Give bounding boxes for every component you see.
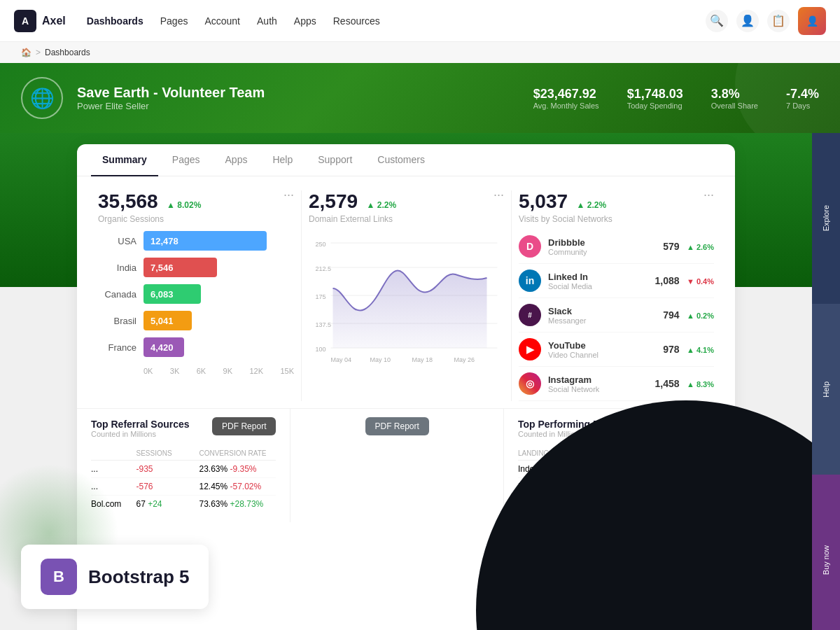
dribbble-type: Community: [548, 248, 656, 256]
country-brasil: Brasil: [98, 316, 136, 326]
hero-stat-spending-label: Today Spending: [627, 102, 683, 110]
social-row-dribbble: D Dribbble Community 579 ▲ 2.6%: [519, 230, 714, 264]
breadcrumb-current: Dashboards: [45, 48, 90, 57]
country-usa: USA: [98, 236, 136, 246]
tab-customers[interactable]: Customers: [366, 144, 436, 176]
hero-stat-days-value: -7.4%: [786, 87, 819, 102]
social-visits-change: ▲ 2.2%: [577, 200, 607, 210]
explore-button[interactable]: Explore: [812, 133, 840, 304]
user-avatar[interactable]: 👤: [798, 7, 826, 35]
middle-pdf-button[interactable]: PDF Report: [365, 417, 429, 435]
svg-text:May 04: May 04: [331, 356, 352, 363]
nav-auth[interactable]: Auth: [257, 15, 277, 27]
slack-name: Slack: [548, 306, 656, 316]
slack-type: Messanger: [548, 316, 656, 325]
buy-now-button[interactable]: Buy now: [812, 475, 840, 630]
nav-dashboards[interactable]: Dashboards: [87, 15, 144, 27]
social-networks-list: D Dribbble Community 579 ▲ 2.6% in: [519, 224, 714, 401]
hero-stat-spending: $1,748.03 Today Spending: [627, 87, 683, 110]
hero-logo: 🌐: [21, 77, 63, 119]
linkedin-change: ▼ 0.4%: [687, 277, 714, 286]
nav-links: Dashboards Pages Account Auth Apps Resou…: [87, 15, 706, 27]
svg-text:May 26: May 26: [454, 356, 475, 363]
hero-stat-share-label: Overall Share: [711, 102, 758, 110]
hero-stat-share: 3.8% Overall Share: [711, 87, 758, 110]
linkedin-name: Linked In: [548, 272, 648, 282]
slack-change: ▲ 0.2%: [687, 312, 714, 320]
tab-bar: Summary Pages Apps Help Support Customer…: [77, 144, 735, 176]
svg-text:May 10: May 10: [370, 356, 391, 363]
stat-domain-links: 2,579 ▲ 2.2% ··· Domain External Links 2…: [301, 190, 511, 401]
bar-brasil-fill: 5,041: [144, 311, 192, 330]
youtube-count: 978: [663, 344, 679, 355]
youtube-stats: 978 ▲ 4.1%: [663, 343, 714, 356]
bootstrap-icon: B: [41, 559, 77, 595]
nav-apps[interactable]: Apps: [294, 15, 316, 27]
bar-france: 4,420: [144, 337, 294, 357]
line-chart-svg: 250 212.5 175 137.5 100: [309, 232, 504, 372]
social-visits-more[interactable]: ···: [704, 188, 714, 202]
nav-pages[interactable]: Pages: [160, 15, 188, 27]
stat-social-visits: 5,037 ▲ 2.2% ··· Visits by Social Networ…: [511, 190, 721, 401]
youtube-name: YouTube: [548, 340, 656, 351]
svg-text:212.5: 212.5: [316, 265, 332, 272]
bar-canada: 6,083: [144, 284, 294, 304]
dribbble-stats: 579 ▲ 2.6%: [663, 240, 714, 253]
tab-pages[interactable]: Pages: [161, 144, 211, 176]
brand-icon: A: [14, 10, 36, 32]
settings-button[interactable]: 📋: [767, 10, 790, 32]
linkedin-type: Social Media: [548, 282, 648, 290]
nav-resources[interactable]: Resources: [333, 15, 380, 27]
dribbble-info: Dribbble Community: [548, 237, 656, 256]
nav-account[interactable]: Account: [204, 15, 240, 27]
linkedin-info: Linked In Social Media: [548, 272, 648, 290]
side-buttons: Explore Help Buy now: [812, 133, 840, 630]
youtube-info: YouTube Video Channel: [548, 340, 656, 359]
bar-axis: 0K 3K 6K 9K 12K 15K: [98, 364, 294, 375]
hero-title: Save Earth - Volunteer Team: [77, 85, 265, 101]
instagram-count: 1,458: [654, 378, 679, 389]
instagram-icon: ◎: [519, 372, 541, 395]
organic-sessions-change: ▲ 8.02%: [167, 200, 201, 210]
domain-links-more[interactable]: ···: [493, 188, 504, 202]
tab-summary[interactable]: Summary: [91, 144, 158, 176]
referral-subtitle: Counted in Millions: [91, 430, 190, 438]
notifications-button[interactable]: 👤: [736, 10, 759, 32]
dribbble-icon: D: [519, 235, 541, 258]
instagram-stats: 1,458 ▲ 8.3%: [654, 377, 714, 390]
svg-text:137.5: 137.5: [316, 321, 332, 328]
social-visits-value: 5,037: [519, 190, 568, 212]
breadcrumb-home-icon[interactable]: 🏠: [21, 48, 31, 57]
bar-france-fill: 4,420: [144, 337, 184, 357]
brand[interactable]: A Axel: [14, 10, 66, 32]
instagram-info: Instagram Social Network: [548, 374, 648, 393]
brand-name: Axel: [42, 15, 66, 27]
tab-help[interactable]: Help: [261, 144, 304, 176]
organic-sessions-more[interactable]: ···: [284, 188, 294, 202]
stat-organic-sessions: 35,568 ▲ 8.02% ··· Organic Sessions USA …: [91, 190, 301, 401]
bar-row-france: France 4,420: [98, 337, 294, 357]
line-chart-section: 250 212.5 175 137.5 100: [309, 224, 504, 375]
hero-stat-sales-label: Avg. Monthly Sales: [533, 102, 599, 110]
bar-brasil: 5,041: [144, 311, 294, 330]
help-button[interactable]: Help: [812, 304, 840, 475]
tab-apps[interactable]: Apps: [214, 144, 259, 176]
instagram-type: Social Network: [548, 385, 648, 393]
bar-canada-fill: 6,083: [144, 284, 201, 304]
search-button[interactable]: 🔍: [706, 10, 728, 32]
referral-header: Top Referral Sources Counted in Millions: [91, 419, 190, 444]
hero-subtitle: Power Elite Seller: [77, 101, 265, 111]
domain-links-label: Domain External Links: [309, 214, 504, 224]
country-india: India: [98, 262, 136, 273]
instagram-name: Instagram: [548, 374, 648, 385]
referral-pdf-button[interactable]: PDF Report: [212, 417, 276, 435]
organic-sessions-value: 35,568: [98, 190, 158, 212]
hero-stat-sales: $23,467.92 Avg. Monthly Sales: [533, 87, 599, 110]
social-visits-label: Visits by Social Networks: [519, 214, 714, 224]
hero-stat-share-value: 3.8%: [711, 87, 758, 102]
slack-icon: #: [519, 304, 541, 326]
referral-table-header: SESSIONS CONVERSION RATE: [91, 447, 276, 461]
hero-stats: $23,467.92 Avg. Monthly Sales $1,748.03 …: [533, 87, 819, 110]
bar-row-india: India 7,546: [98, 258, 294, 277]
tab-support[interactable]: Support: [307, 144, 363, 176]
